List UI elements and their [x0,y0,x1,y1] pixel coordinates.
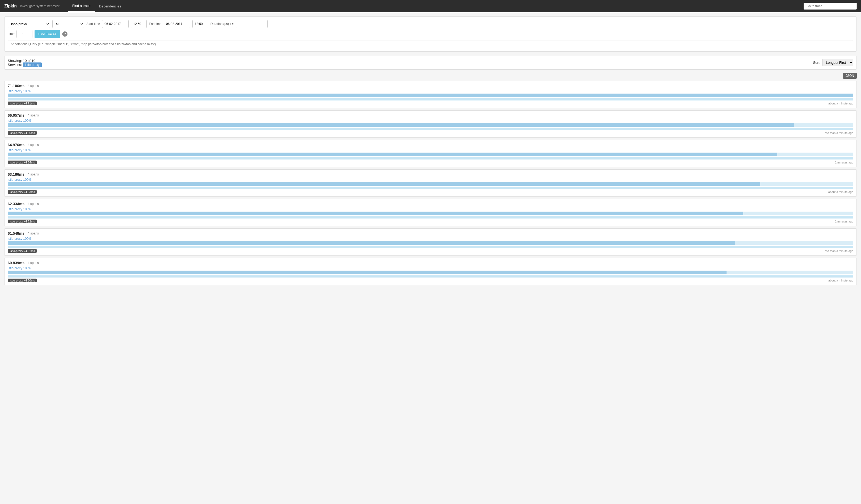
trace-spans: 4 spans [28,143,39,147]
trace-service-row: istio-proxy 100% [8,266,853,270]
trace-card[interactable]: 62.334ms 4 spans istio-proxy 100% Istio-… [4,199,857,226]
trace-service-label: istio-proxy 100% [8,178,31,181]
app-header: Zipkin Investigate system behavior Find … [0,0,861,12]
trace-time: 2 minutes ago [835,161,853,164]
trace-bar [8,182,760,186]
showing-text: Showing: 10 of 10 [8,59,42,63]
trace-footer: Istio-proxy x4 66ms less than a minute a… [8,131,853,135]
trace-spans: 4 spans [28,232,39,235]
traces-list: 71.106ms 4 spans istio-proxy 100% Istio-… [4,81,857,285]
trace-sub-bar [8,216,853,218]
trace-top: 63.186ms 4 spans [8,172,853,177]
trace-card[interactable]: 60.839ms 4 spans istio-proxy 100% Istio-… [4,258,857,285]
go-to-trace-input[interactable] [804,3,857,10]
trace-bar [8,153,777,156]
span-select[interactable]: all [52,20,84,28]
trace-card[interactable]: 64.976ms 4 spans istio-proxy 100% Istio-… [4,140,857,167]
trace-sub-bar [8,275,853,277]
end-date-input[interactable] [164,20,190,28]
trace-time: about a minute ago [828,102,853,105]
results-summary-panel: Showing: 10 of 10 Services: istio-proxy … [4,56,857,70]
trace-bar [8,94,853,97]
trace-bar-container [8,153,853,156]
main-content: istio-proxy all Start time End time Dura… [0,12,861,289]
trace-tag: Istio-proxy x4 71ms [8,101,37,105]
json-button[interactable]: JSON [843,73,857,79]
trace-bar [8,241,735,245]
trace-top: 71.106ms 4 spans [8,84,853,88]
trace-service-label: istio-proxy 100% [8,89,31,93]
annotations-input[interactable] [8,40,853,48]
end-hour-input[interactable] [192,20,208,28]
trace-duration: 71.106ms [8,84,25,88]
service-select[interactable]: istio-proxy [8,20,50,28]
trace-card[interactable]: 66.057ms 4 spans istio-proxy 100% Istio-… [4,110,857,138]
trace-sub-bar [8,187,853,189]
trace-time: about a minute ago [828,190,853,193]
trace-spans: 4 spans [28,113,39,117]
trace-duration: 61.548ms [8,231,25,235]
trace-duration: 64.976ms [8,143,25,147]
trace-tag: Istio-proxy x4 63ms [8,190,37,194]
find-traces-button[interactable]: Find Traces [35,30,60,38]
trace-service-label: istio-proxy 100% [8,119,31,123]
trace-time: less than a minute ago [824,131,853,135]
help-icon[interactable]: ? [62,31,68,37]
start-time-label: Start time [86,22,100,26]
trace-footer: Istio-proxy x4 62ms 2 minutes ago [8,220,853,223]
duration-input[interactable] [236,20,268,28]
trace-bar-container [8,123,853,127]
limit-input[interactable] [16,30,32,38]
trace-footer: Istio-proxy x4 64ms 2 minutes ago [8,161,853,164]
trace-bar [8,123,794,127]
trace-spans: 4 spans [28,173,39,176]
start-date-input[interactable] [102,20,128,28]
trace-service-row: istio-proxy 100% [8,89,853,93]
trace-bar-container [8,94,853,97]
trace-service-row: istio-proxy 100% [8,236,853,241]
trace-bar-container [8,182,853,186]
trace-top: 61.548ms 4 spans [8,231,853,235]
trace-tag: Istio-proxy x4 64ms [8,161,37,164]
trace-footer: Istio-proxy x4 63ms about a minute ago [8,190,853,194]
trace-duration: 63.186ms [8,172,25,177]
trace-spans: 4 spans [28,202,39,206]
nav-find-trace[interactable]: Find a trace [68,1,95,12]
limit-label: Limit [8,32,14,36]
results-info: Showing: 10 of 10 Services: istio-proxy [8,59,42,67]
trace-tag: Istio-proxy x4 66ms [8,131,37,135]
trace-service-label: istio-proxy 100% [8,267,31,270]
trace-bar [8,271,726,274]
trace-time: 2 minutes ago [835,220,853,223]
trace-card[interactable]: 71.106ms 4 spans istio-proxy 100% Istio-… [4,81,857,108]
services-label: Services: [8,63,22,67]
sort-label: Sort: [813,60,820,65]
trace-sub-bar [8,98,853,100]
trace-sub-bar [8,158,853,160]
services-line: Services: istio-proxy [8,63,42,67]
trace-bar-container [8,271,853,274]
search-row-2: Limit Find Traces ? [8,30,853,38]
trace-service-row: istio-proxy 100% [8,148,853,152]
trace-footer: Istio-proxy x4 60ms about a minute ago [8,278,853,282]
trace-service-label: istio-proxy 100% [8,148,31,152]
trace-duration: 62.334ms [8,202,25,206]
trace-footer: Istio-proxy x4 71ms about a minute ago [8,101,853,105]
trace-top: 62.334ms 4 spans [8,202,853,206]
search-row-1: istio-proxy all Start time End time Dura… [8,20,853,28]
start-hour-input[interactable] [131,20,147,28]
trace-service-label: istio-proxy 100% [8,207,31,211]
sort-select[interactable]: Longest First Shortest First Newest Firs… [822,59,853,66]
nav-dependencies[interactable]: Dependencies [95,1,125,11]
trace-duration: 60.839ms [8,261,25,265]
trace-tag: Istio-proxy x4 61ms [8,249,37,253]
trace-card[interactable]: 63.186ms 4 spans istio-proxy 100% Istio-… [4,169,857,197]
app-brand: Zipkin [4,4,17,9]
trace-card[interactable]: 61.548ms 4 spans istio-proxy 100% Istio-… [4,228,857,256]
trace-top: 64.976ms 4 spans [8,143,853,147]
main-nav: Find a trace Dependencies [68,1,125,12]
trace-sub-bar [8,128,853,130]
end-time-label: End time [149,22,161,26]
sort-area: Sort: Longest First Shortest First Newes… [813,59,853,66]
trace-service-row: istio-proxy 100% [8,207,853,211]
